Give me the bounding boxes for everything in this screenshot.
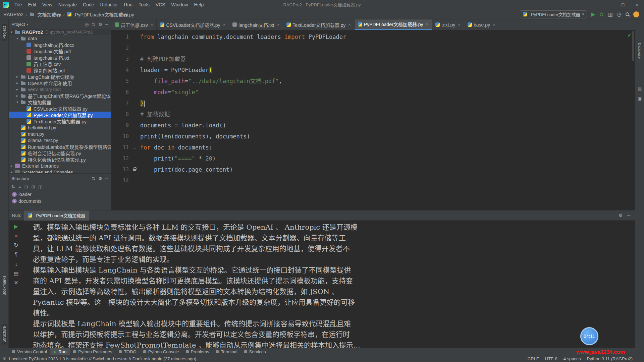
minimize-icon[interactable]: ─ xyxy=(627,213,630,218)
tree-item[interactable]: ▸LangChain提示词模版 xyxy=(9,73,111,80)
toolwindow-button-6[interactable]: Terminal xyxy=(212,348,240,355)
tree-item[interactable]: langchain文档.docx xyxy=(9,42,111,48)
coverage-icon[interactable]: ▥ xyxy=(608,11,613,17)
toolwindow-button-4[interactable]: Python Console xyxy=(140,348,182,355)
soft-wrap-icon[interactable]: ¶ xyxy=(15,252,18,257)
expand-collapse-icon[interactable]: ⇅ xyxy=(92,22,95,26)
notifications-icon[interactable]: ▣ xyxy=(638,96,642,101)
hide-icon[interactable]: ─ xyxy=(105,176,108,181)
breadcrumb-item[interactable]: RAGPro2 xyxy=(3,12,23,17)
toolwindow-button-1[interactable]: ▶Run xyxy=(50,348,70,355)
chevron-icon[interactable]: ▸ xyxy=(16,81,21,85)
editor-tab-3[interactable]: TextLoader文档加载器.py× xyxy=(283,19,355,30)
scroll-to-end-icon[interactable]: ↓ xyxy=(15,261,17,267)
tree-item[interactable]: ▸Scratches and Consoles xyxy=(9,169,111,173)
run-icon[interactable]: ▶ xyxy=(591,11,595,17)
tree-item[interactable]: ▸venvlibrary root xyxy=(9,86,111,93)
project-tree[interactable]: ▾RAGPro2D:\python_pro\RAGPro2▾datalangch… xyxy=(9,29,111,173)
clear-all-icon[interactable]: ✕ xyxy=(14,280,18,286)
close-icon[interactable]: × xyxy=(277,22,280,27)
close-icon[interactable]: × xyxy=(426,22,429,27)
tree-item[interactable]: ▾文档加载器 xyxy=(9,99,111,105)
structure-item[interactable]: vdocuments xyxy=(9,198,111,204)
tree-item[interactable]: 锋哥的网站.pdf xyxy=(9,67,111,73)
tree-item[interactable]: helloWorld.py xyxy=(9,124,111,131)
code-line[interactable]: 10print(len(documents), documents) xyxy=(111,131,635,142)
code-line[interactable]: 6 mode="single" xyxy=(111,87,635,98)
editor-tab-0[interactable]: 员工信息.csv× xyxy=(111,19,157,30)
close-icon[interactable]: × xyxy=(348,22,351,27)
toolwindow-button-0[interactable]: Version Control xyxy=(9,348,50,355)
menu-item-1[interactable]: Edit xyxy=(25,0,39,9)
chevron-icon[interactable]: ▸ xyxy=(11,170,15,173)
settings-icon[interactable]: ⚙ xyxy=(619,213,623,218)
settings-icon[interactable]: ⚙ xyxy=(98,22,102,26)
tool-strip-database-label[interactable]: Database xyxy=(638,43,642,59)
maximize-icon[interactable]: □ xyxy=(616,0,630,9)
run-console[interactable]: 调。模型输入输出模块负责标准化与各种 LLM 的交互接口，无论是 OpenAI … xyxy=(33,222,632,348)
tree-item[interactable]: main.py xyxy=(9,131,111,137)
tree-item[interactable]: CSVLoader文档加载器.py xyxy=(9,105,111,112)
status-item[interactable]: UTF-8 xyxy=(545,356,557,361)
code-line[interactable]: 12 print("====" * 20) xyxy=(111,153,635,164)
tool-strip-structure-label[interactable]: Structure xyxy=(2,324,7,345)
avatar[interactable] xyxy=(633,11,639,17)
close-icon[interactable]: × xyxy=(493,22,495,27)
status-item[interactable]: Python 3.11 (RAGPro2) xyxy=(587,356,633,361)
close-icon[interactable]: × xyxy=(630,0,644,9)
structure-item[interactable]: vloader xyxy=(9,191,111,198)
chevron-icon[interactable]: ▸ xyxy=(11,164,15,168)
tree-item[interactable]: TextLoader文档加载器.py xyxy=(9,118,111,124)
menu-item-0[interactable]: File xyxy=(11,0,25,9)
tool-strip-bookmarks-label[interactable]: Bookmarks xyxy=(2,274,7,298)
settings-icon[interactable]: ⚙ xyxy=(98,176,102,181)
menu-item-9[interactable]: Window xyxy=(168,0,191,9)
editor-tab-4[interactable]: PyPDFLoader文档加载器.py× xyxy=(355,19,432,30)
breadcrumb-item[interactable]: PyPDFLoader文档加载器.py xyxy=(75,11,134,18)
code-line[interactable]: 13 print(doc.page_content) xyxy=(111,164,635,175)
debug-icon[interactable]: ⊚ xyxy=(599,11,604,17)
tree-item[interactable]: ollama_test.py xyxy=(9,137,111,143)
menu-item-10[interactable]: Help xyxy=(191,0,207,9)
run-configuration-select[interactable]: PyPDFLoader文档加载器 ▾ xyxy=(520,10,587,18)
status-message[interactable]: Localized PyCharm 2023.1.3 is available … xyxy=(9,356,196,361)
chevron-icon[interactable]: ▾ xyxy=(16,37,21,40)
tree-item[interactable]: 员工信息.csv xyxy=(9,61,111,67)
tree-item[interactable]: langchain文档.pdf xyxy=(9,48,111,54)
profiler-icon[interactable]: ◷ xyxy=(617,11,622,17)
menu-item-4[interactable]: Code xyxy=(80,0,97,9)
show-inherited-icon[interactable]: ⊞ xyxy=(31,185,35,189)
code-line[interactable]: 1from langchain_community.document_loade… xyxy=(111,32,635,43)
status-item[interactable]: 4 spaces xyxy=(564,356,581,361)
search-icon[interactable] xyxy=(626,12,629,16)
minimize-icon[interactable]: ─ xyxy=(602,0,616,9)
show-fields-icon[interactable]: ⊟ xyxy=(24,185,28,189)
close-icon[interactable]: × xyxy=(458,22,461,27)
editor-tab-5[interactable]: text.py× xyxy=(432,19,464,30)
status-item[interactable]: CRLF xyxy=(528,356,539,361)
locate-file-icon[interactable]: ◎ xyxy=(85,22,89,26)
menu-item-2[interactable]: View xyxy=(39,0,55,9)
close-icon[interactable]: × xyxy=(151,22,153,27)
tree-item[interactable]: 临时会话记忆功能实现.py xyxy=(9,150,111,156)
tree-item[interactable]: RunnableLambda实现复杂多模型链路调用.p xyxy=(9,143,111,150)
chevron-down-icon[interactable]: ▾ xyxy=(26,22,28,26)
editor-scrollbar[interactable] xyxy=(632,30,635,210)
breadcrumb-item[interactable]: 文档加载器 xyxy=(38,11,61,18)
stop-icon[interactable]: ■ xyxy=(14,233,18,239)
editor-tab-2[interactable]: langchain文档.txt× xyxy=(229,19,283,30)
tree-item[interactable]: ▾data xyxy=(9,35,111,42)
rerun-icon[interactable]: ▶ xyxy=(14,224,18,229)
chevron-icon[interactable]: ▸ xyxy=(16,94,21,98)
tree-item[interactable]: PyPDFLoader文档加载器.py xyxy=(9,112,111,118)
database-icon[interactable]: ▤ xyxy=(638,86,642,92)
tree-item[interactable]: langchain文档.txt xyxy=(9,54,111,61)
expand-collapse-icon[interactable]: ⇅ xyxy=(92,176,95,181)
code-line[interactable]: 9documents = loader.load() xyxy=(111,120,635,131)
menu-item-3[interactable]: Navigate xyxy=(55,0,80,9)
chevron-icon[interactable]: ▾ xyxy=(11,30,15,34)
hide-icon[interactable]: ─ xyxy=(105,22,108,26)
tree-item[interactable]: ▸External Libraries xyxy=(9,163,111,169)
chevron-icon[interactable]: ▾ xyxy=(16,100,21,104)
restore-layout-icon[interactable]: ↻ xyxy=(14,243,18,248)
